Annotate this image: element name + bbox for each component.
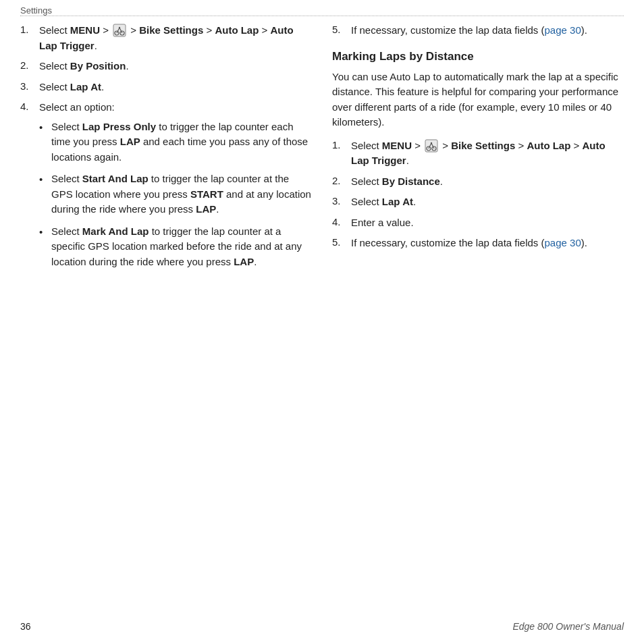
step-2-right: 2. Select By Distance. xyxy=(332,174,624,190)
sub-item-2: • Select Start And Lap to trigger the la… xyxy=(39,171,312,217)
step-content-4: Select an option: • Select Lap Press Onl… xyxy=(39,100,312,276)
step-num-2: 2. xyxy=(20,59,39,71)
svg-point-7 xyxy=(431,142,432,143)
sub-content-2: Select Start And Lap to trigger the lap … xyxy=(51,171,312,217)
step-num-r1: 1. xyxy=(332,138,351,151)
step-content-2: Select By Position. xyxy=(39,59,312,74)
step-content-r5: If necessary, customize the lap data fie… xyxy=(351,236,624,251)
sub-option-list: • Select Lap Press Only to trigger the l… xyxy=(39,119,312,270)
sub-content-3: Select Mark And Lap to trigger the lap c… xyxy=(51,224,312,270)
bullet-1: • xyxy=(39,119,51,136)
step5-list: 5. If necessary, customize the lap data … xyxy=(332,23,624,38)
page30-link-2[interactable]: page 30 xyxy=(545,237,581,248)
step-4-left: 4. Select an option: • Select Lap Press … xyxy=(20,100,312,276)
bike-settings-icon-1 xyxy=(113,24,126,37)
footer-manual-name: Edge 800 Owner's Manual xyxy=(512,621,624,632)
step-3-right: 3. Select Lap At. xyxy=(332,194,624,210)
step-3-left: 3. Select Lap At. xyxy=(20,80,312,95)
bike-settings-icon-2 xyxy=(425,139,438,153)
step-2-left: 2. Select By Position. xyxy=(20,59,312,74)
section-intro: You can use Auto Lap to automatically ma… xyxy=(332,70,624,130)
step-num-r3: 3. xyxy=(332,194,351,207)
left-column: 1. Select MENU > > Bike xyxy=(20,23,312,281)
svg-point-3 xyxy=(119,27,120,28)
step-num-5-left: 5. xyxy=(332,23,351,35)
sub-item-1: • Select Lap Press Only to trigger the l… xyxy=(39,119,312,165)
right-column: 5. If necessary, customize the lap data … xyxy=(332,23,624,281)
sub-content-1: Select Lap Press Only to trigger the lap… xyxy=(51,119,312,165)
footer-page-number: 36 xyxy=(20,621,31,632)
settings-label: Settings xyxy=(0,0,644,16)
step-content-r4: Enter a value. xyxy=(351,215,624,231)
footer: 36 Edge 800 Owner's Manual xyxy=(20,621,624,632)
step-5-right: 5. If necessary, customize the lap data … xyxy=(332,236,624,251)
step-num-3: 3. xyxy=(20,80,39,92)
step-content-5-left: If necessary, customize the lap data fie… xyxy=(351,23,624,38)
step-1-left: 1. Select MENU > > Bike xyxy=(20,23,312,53)
step-num-1: 1. xyxy=(20,23,39,35)
step-content-3: Select Lap At. xyxy=(39,80,312,95)
step-num-r4: 4. xyxy=(332,215,351,227)
bullet-3: • xyxy=(39,224,51,240)
left-step-list: 1. Select MENU > > Bike xyxy=(20,23,312,276)
page30-link-1[interactable]: page 30 xyxy=(545,24,581,36)
step-num-r2: 2. xyxy=(332,174,351,186)
step-num-4: 4. xyxy=(20,100,39,112)
right-step-list: 1. Select MENU > > Bike xyxy=(332,138,624,251)
step-5-left: 5. If necessary, customize the lap data … xyxy=(332,23,624,38)
page: Settings 1. Select MENU > xyxy=(0,0,644,644)
step-content-r3: Select Lap At. xyxy=(351,194,624,210)
step-1-right: 1. Select MENU > > Bike xyxy=(332,138,624,169)
sub-item-3: • Select Mark And Lap to trigger the lap… xyxy=(39,224,312,270)
step-num-r5: 5. xyxy=(332,236,351,248)
bullet-2: • xyxy=(39,171,51,188)
content-area: 1. Select MENU > > Bike xyxy=(0,16,644,302)
section-title-marking-laps: Marking Laps by Distance xyxy=(332,49,624,64)
step-content-r2: Select By Distance. xyxy=(351,174,624,190)
step-content-1: Select MENU > > Bike Settings > Auto Lap… xyxy=(39,23,312,53)
step-4-right: 4. Enter a value. xyxy=(332,215,624,231)
step-content-r1: Select MENU > > Bike Settings > Auto Lap… xyxy=(351,138,624,169)
